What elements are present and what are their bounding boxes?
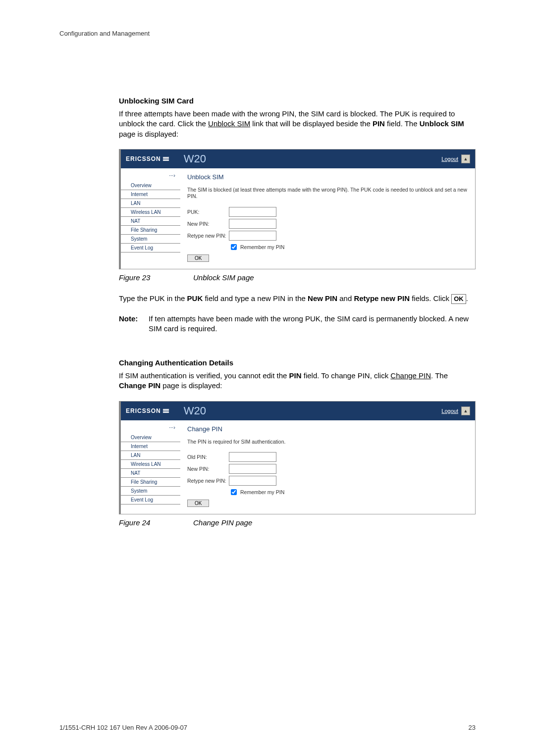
- sidebar-item-internet[interactable]: Internet: [121, 442, 180, 451]
- sidebar-item-internet[interactable]: Internet: [121, 190, 180, 199]
- remember-row: Remember my PIN: [229, 243, 468, 252]
- paragraph: If three attempts have been made with th…: [119, 109, 476, 139]
- panel-title: Change PIN: [187, 425, 468, 433]
- bold-text: Unblock SIM: [420, 119, 464, 128]
- ericsson-bars-icon: [163, 156, 169, 161]
- sidebar-item-wireless-lan[interactable]: Wireless LAN: [121, 208, 180, 217]
- figure-unblock-sim: ERICSSON W20 Logout ▲ ···› Overview Inte…: [119, 149, 476, 269]
- remember-checkbox[interactable]: [231, 489, 237, 495]
- note-block: Note: If ten attempts have been made wit…: [119, 314, 476, 334]
- paragraph: If SIM authentication is verified, you c…: [119, 371, 476, 391]
- ok-inline-button: OK: [451, 294, 466, 304]
- ok-button[interactable]: OK: [187, 254, 209, 262]
- ok-button[interactable]: OK: [187, 500, 209, 507]
- sidebar-item-system[interactable]: System: [121, 487, 180, 496]
- sidebar-item-nat[interactable]: NAT: [121, 217, 180, 226]
- text: Type the PUK in the: [119, 294, 187, 302]
- text: page is displayed:: [119, 130, 178, 138]
- ericsson-logo: ERICSSON: [126, 155, 169, 162]
- paragraph: Type the PUK in the PUK field and type a…: [119, 294, 476, 304]
- retype-label: Retype new PIN:: [187, 233, 229, 239]
- sidebar-item-overview[interactable]: Overview: [121, 181, 180, 190]
- unblock-sim-link-text: Unblock SIM: [208, 119, 250, 128]
- form-row-new-pin: New PIN:: [187, 219, 468, 229]
- sidebar-item-event-log[interactable]: Event Log: [121, 496, 180, 504]
- sidebar-arrow-icon: ···›: [121, 424, 180, 430]
- text: If SIM authentication is verified, you c…: [119, 371, 289, 380]
- text: and: [337, 294, 354, 302]
- panel-message: The SIM is blocked (at least three attem…: [187, 187, 468, 200]
- remember-label: Remember my PIN: [240, 244, 284, 250]
- figure-title: Change PIN page: [193, 518, 252, 527]
- product-name: W20: [184, 404, 206, 417]
- bold-text: PIN: [373, 119, 385, 128]
- figure-number: Figure 24: [119, 518, 193, 527]
- text: . The: [431, 371, 448, 380]
- new-pin-input[interactable]: [229, 464, 276, 474]
- text: field and type a new PIN in the: [203, 294, 308, 302]
- product-name: W20: [184, 152, 206, 165]
- sidebar-item-lan[interactable]: LAN: [121, 451, 180, 460]
- note-text: If ten attempts have been made with the …: [149, 314, 476, 334]
- page-footer: 1/1551-CRH 102 167 Uen Rev A 2006-09-07 …: [59, 724, 476, 731]
- retype-pin-input[interactable]: [229, 231, 276, 241]
- figure-caption: Figure 24 Change PIN page: [119, 518, 476, 527]
- text: .: [466, 294, 468, 302]
- puk-input[interactable]: [229, 207, 276, 217]
- logout-link[interactable]: Logout: [441, 408, 458, 414]
- old-pin-label: Old PIN:: [187, 454, 229, 460]
- sidebar-item-nat[interactable]: NAT: [121, 469, 180, 478]
- bold-text: PUK: [187, 294, 203, 302]
- sidebar-item-lan[interactable]: LAN: [121, 199, 180, 208]
- logo-text: ERICSSON: [126, 155, 161, 162]
- app-header: ERICSSON W20 Logout ▲: [121, 402, 475, 420]
- text: link that will be displayed beside the: [250, 119, 373, 128]
- page-number: 23: [469, 724, 476, 731]
- text: field. The: [385, 119, 420, 128]
- logout-link[interactable]: Logout: [441, 156, 458, 162]
- sidebar-item-overview[interactable]: Overview: [121, 433, 180, 442]
- panel-title: Unblock SIM: [187, 173, 468, 181]
- form-row-new-pin: New PIN:: [187, 464, 468, 474]
- bold-text: PIN: [289, 371, 302, 380]
- form-row-old-pin: Old PIN:: [187, 452, 468, 462]
- new-pin-input[interactable]: [229, 219, 276, 229]
- sidebar-item-system[interactable]: System: [121, 235, 180, 244]
- sidebar-item-file-sharing[interactable]: File Sharing: [121, 478, 180, 487]
- figure-number: Figure 23: [119, 273, 193, 282]
- old-pin-input[interactable]: [229, 452, 276, 462]
- bold-text: New PIN: [308, 294, 337, 302]
- main-panel: Unblock SIM The SIM is blocked (at least…: [180, 168, 475, 269]
- sidebar-arrow-icon: ···›: [121, 172, 180, 178]
- scroll-up-icon[interactable]: ▲: [461, 406, 470, 415]
- retype-pin-input[interactable]: [229, 476, 276, 486]
- app-header: ERICSSON W20 Logout ▲: [121, 150, 475, 168]
- retype-label: Retype new PIN:: [187, 478, 229, 484]
- running-header: Configuration and Management: [59, 30, 476, 37]
- note-label: Note:: [119, 314, 149, 334]
- bold-text: Retype new PIN: [354, 294, 410, 302]
- scroll-up-icon[interactable]: ▲: [461, 154, 470, 163]
- form-row-retype: Retype new PIN:: [187, 231, 468, 241]
- sidebar-item-file-sharing[interactable]: File Sharing: [121, 226, 180, 235]
- sidebar: ···› Overview Internet LAN Wireless LAN …: [121, 168, 180, 269]
- footer-doc-id: 1/1551-CRH 102 167 Uen Rev A 2006-09-07: [59, 724, 187, 731]
- bold-text: Change PIN: [119, 381, 160, 390]
- new-pin-label: New PIN:: [187, 466, 229, 472]
- sidebar-item-wireless-lan[interactable]: Wireless LAN: [121, 460, 180, 469]
- section-title-unblocking: Unblocking SIM Card: [119, 97, 476, 105]
- text: field. To change PIN, click: [302, 371, 391, 380]
- panel-message: The PIN is required for SIM authenticati…: [187, 439, 468, 446]
- figure-title: Unblock SIM page: [193, 273, 254, 282]
- sidebar: ···› Overview Internet LAN Wireless LAN …: [121, 420, 180, 514]
- sidebar-item-event-log[interactable]: Event Log: [121, 244, 180, 252]
- ericsson-bars-icon: [163, 408, 169, 413]
- figure-caption: Figure 23 Unblock SIM page: [119, 273, 476, 282]
- remember-row: Remember my PIN: [229, 488, 468, 497]
- section-title-changing-auth: Changing Authentication Details: [119, 358, 476, 367]
- logo-text: ERICSSON: [126, 407, 161, 414]
- puk-label: PUK:: [187, 209, 229, 215]
- remember-label: Remember my PIN: [240, 489, 284, 495]
- form-row-puk: PUK:: [187, 207, 468, 217]
- remember-checkbox[interactable]: [231, 244, 237, 250]
